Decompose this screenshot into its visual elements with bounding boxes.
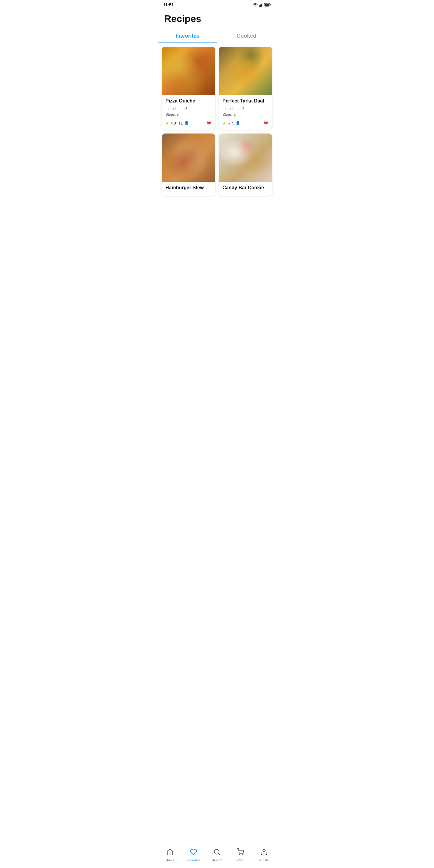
recipe-card-hamburger-stew[interactable]: Hamburger Stew [162,133,215,196]
recipe-info-pizza-quiche: Pizza Quiche Ingredients: 5 Steps: 3 ★ 4… [162,95,215,130]
recipe-grid: Pizza Quiche Ingredients: 5 Steps: 3 ★ 4… [158,47,276,220]
svg-rect-3 [261,4,262,7]
rating: 4.3 [170,121,176,125]
rating-count: 5 [232,121,234,125]
stats-left: ★ 5 5 👤 [222,121,240,126]
recipe-title: Hamburger Stew [165,185,212,190]
tab-favorites[interactable]: Favorites [158,29,217,43]
person-icon: 👤 [236,121,240,125]
signal-icon [259,3,263,7]
tabs-container: Favorites Cooked [158,29,276,43]
star-icon: ★ [222,121,226,126]
status-icons [253,3,271,7]
recipe-card-candy-bar-cookie[interactable]: Candy Bar Cookie [219,133,272,196]
recipe-image-candy-bar-cookie [219,133,272,182]
recipe-image-pizza-quiche [162,47,215,95]
recipe-title: Pizza Quiche [165,98,212,104]
svg-rect-4 [262,3,263,7]
rating-count: 11 [179,121,183,125]
recipe-title: Perfect Tarka Daal [222,98,269,104]
page-title: Recipes [164,13,270,24]
recipe-stats: ★ 5 5 👤 ❤ [222,120,269,127]
person-icon: 👤 [184,121,189,125]
wifi-icon [253,3,258,7]
svg-rect-6 [265,4,269,6]
recipe-stats: ★ 4.3 11 👤 ❤ [165,120,212,127]
status-bar: 11:51 [158,0,276,8]
battery-icon [264,3,271,7]
stats-left: ★ 4.3 11 👤 [165,121,189,126]
svg-rect-2 [260,4,261,7]
recipe-meta: Ingredients: 5 Steps: 3 [165,106,212,118]
page-header: Recipes [158,8,276,27]
recipe-image-tarka-daal [219,47,272,95]
star-icon: ★ [165,121,169,126]
recipe-info-hamburger-stew: Hamburger Stew [162,182,215,196]
favorite-button[interactable]: ❤ [207,120,212,127]
time: 11:51 [163,2,174,7]
svg-rect-7 [270,4,271,5]
recipe-image-hamburger-stew [162,133,215,182]
recipe-title: Candy Bar Cookie [222,185,269,190]
svg-rect-1 [259,5,260,7]
recipe-info-tarka-daal: Perfect Tarka Daal Ingredients: 9 Steps:… [219,95,272,130]
recipe-info-candy-bar-cookie: Candy Bar Cookie [219,182,272,196]
recipe-meta: Ingredients: 9 Steps: 2 [222,106,269,118]
favorite-button[interactable]: ❤ [264,120,269,127]
recipe-card-pizza-quiche[interactable]: Pizza Quiche Ingredients: 5 Steps: 3 ★ 4… [162,47,215,130]
tab-cooked[interactable]: Cooked [217,29,276,43]
rating: 5 [227,121,230,125]
svg-point-0 [255,6,256,7]
recipe-card-tarka-daal[interactable]: Perfect Tarka Daal Ingredients: 9 Steps:… [219,47,272,130]
